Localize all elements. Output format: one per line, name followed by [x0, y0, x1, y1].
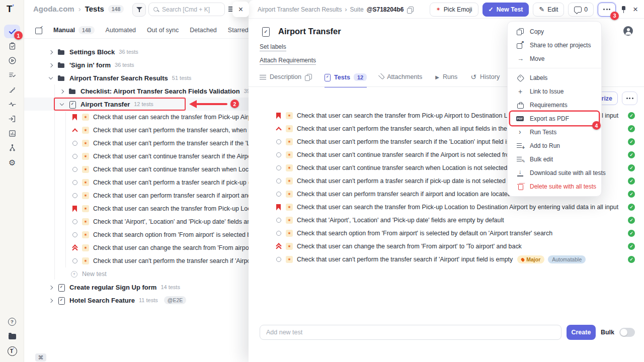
suite-name[interactable]: Create regular Sign Up form	[69, 284, 156, 291]
menu-item[interactable]: Link to Issue	[510, 84, 599, 98]
pick-emoji-button[interactable]: ✶Pick Emoji	[430, 3, 478, 17]
tab-detached[interactable]: Detached	[190, 27, 217, 34]
copy-icon[interactable]	[407, 7, 414, 13]
brand-button[interactable]: T’	[4, 344, 20, 358]
test-title[interactable]: Check that user can search the transfer …	[93, 114, 250, 121]
test-title[interactable]: Check that user can't perform a trasfer …	[93, 179, 250, 186]
test-title[interactable]: Check that user can't perform a trasfer …	[297, 177, 506, 185]
new-test-button[interactable]: ✓New Test	[482, 3, 529, 17]
test-title[interactable]: Check that user can't perform the transf…	[297, 138, 528, 145]
test-title[interactable]: Check that user can perform transfer sea…	[93, 192, 250, 199]
nav-settings-icon[interactable]: ⚙	[4, 156, 20, 169]
edit-button[interactable]: ✎Edit	[533, 3, 564, 17]
tests-more-button[interactable]	[622, 92, 637, 105]
test-row[interactable]: Check that user can't perform the transf…	[71, 254, 250, 267]
chevron-icon[interactable]	[48, 298, 53, 303]
chevron-icon[interactable]	[59, 102, 64, 107]
test-title[interactable]: Check that user can't perform the transf…	[297, 256, 513, 263]
nav-runs-icon[interactable]	[4, 54, 20, 67]
suite-name[interactable]: Hotel Search Feature	[69, 297, 135, 304]
tab-description[interactable]: Description	[260, 73, 311, 87]
test-title[interactable]: Check that user can't perform the transf…	[93, 127, 250, 134]
test-row[interactable]: Check that user can change the search fr…	[275, 240, 635, 253]
create-button[interactable]: Create	[567, 325, 596, 340]
more-actions-button[interactable]: 3	[598, 3, 616, 17]
drawer-close-tab[interactable]: ×	[232, 2, 249, 17]
test-title[interactable]: Check that search option from 'From airp…	[297, 230, 552, 237]
menu-item[interactable]: Download suite with all tests	[510, 166, 599, 179]
test-title[interactable]: Check that user can search the transfer …	[297, 204, 618, 211]
drawer-breadcrumb-parent[interactable]: Airport Transfer Search Results	[258, 6, 342, 13]
nav-pulse-icon[interactable]	[4, 98, 20, 111]
test-row[interactable]: Check that user can search the transfer …	[71, 202, 250, 215]
test-row[interactable]: Check that search option from 'From airp…	[275, 227, 635, 240]
menu-item[interactable]: Requirements	[510, 98, 599, 112]
chevron-icon[interactable]	[48, 285, 53, 290]
test-title[interactable]: Check that user can't continue transfer …	[93, 153, 250, 160]
tab-starred[interactable]: Starred	[228, 27, 249, 34]
menu-item[interactable]: Delete suite with all tests	[510, 179, 599, 193]
tutorials-button[interactable]	[4, 330, 20, 343]
attach-requirements-link[interactable]: Attach Requirements	[260, 57, 316, 65]
nav-steps-icon[interactable]	[4, 83, 20, 97]
search-input[interactable]	[162, 6, 220, 13]
menu-item[interactable]: Move	[510, 52, 599, 65]
tab-runs[interactable]: ▶Runs	[435, 73, 457, 87]
tab-attachments[interactable]: Attachments	[380, 73, 422, 87]
test-row[interactable]: Check that user can change the search fr…	[71, 241, 250, 254]
breadcrumb-project[interactable]: Agoda.com	[33, 5, 74, 13]
menu-item[interactable]: Run Tests	[510, 125, 599, 139]
test-title[interactable]: Check that user can't continue transfer …	[93, 166, 250, 173]
tree-row[interactable]: Checklist: Airport Transfer Search Field…	[24, 84, 250, 98]
suite-name[interactable]: Airport Transfer	[80, 101, 130, 108]
test-row[interactable]: Check that user can search the transfer …	[275, 201, 635, 214]
test-title[interactable]: Check that user can search the transfer …	[93, 205, 250, 212]
tab-history[interactable]: ↺History	[470, 73, 500, 87]
new-test-row[interactable]: + New test	[24, 267, 250, 281]
test-row[interactable]: Check that search option from 'From airp…	[71, 228, 250, 241]
tab-out-of-sync[interactable]: Out of sync	[147, 27, 179, 34]
menu-item[interactable]: Copy	[510, 25, 599, 38]
test-title[interactable]: Check that user can change the search fr…	[93, 244, 250, 251]
tab-manual[interactable]: Manual148	[53, 26, 95, 34]
chevron-icon[interactable]	[48, 62, 53, 67]
menu-item[interactable]: Labels	[510, 71, 599, 84]
chevron-icon[interactable]	[59, 88, 64, 94]
help-button[interactable]: ?	[4, 315, 20, 328]
chevron-icon[interactable]	[48, 49, 53, 54]
suite-name[interactable]: 'Sign in' form	[69, 61, 111, 69]
search-box[interactable]	[148, 3, 225, 16]
menu-item[interactable]: Export as PDF 4	[510, 112, 599, 125]
test-row[interactable]: Check that user can't continue transfer …	[71, 150, 250, 163]
menu-item[interactable]	[508, 68, 601, 68]
tree-row[interactable]: 'Sign in' form 36 tests	[24, 58, 250, 71]
test-row[interactable]: Check that user can perform transfer sea…	[71, 189, 250, 202]
breadcrumb-section[interactable]: Tests	[85, 5, 104, 13]
suite-name[interactable]: Settings Block	[69, 48, 115, 56]
close-icon[interactable]: ×	[631, 5, 640, 15]
test-row[interactable]: Check that user can't perform the transf…	[275, 253, 635, 266]
add-new-test-input[interactable]	[260, 325, 561, 340]
filter-button[interactable]	[132, 3, 146, 17]
test-row[interactable]: Check that user can't continue transfer …	[71, 163, 250, 176]
menu-item[interactable]: Share to other projects	[510, 38, 599, 52]
set-labels-link[interactable]: Set labels	[260, 43, 286, 51]
nav-analytics-icon[interactable]	[4, 127, 20, 140]
test-row[interactable]: Check that 'Airport', 'Location' and 'Pi…	[275, 214, 635, 227]
test-row[interactable]: Check that user can't perform the transf…	[71, 137, 250, 150]
nav-plans-icon[interactable]	[4, 68, 20, 82]
tree-row[interactable]: Settings Block 36 tests	[24, 45, 250, 58]
chevron-icon[interactable]	[48, 75, 53, 80]
test-row[interactable]: Check that 'Airport', 'Location' and 'Pi…	[71, 215, 250, 228]
tab-automated[interactable]: Automated	[106, 27, 136, 34]
test-row[interactable]: Check that user can search the transfer …	[71, 111, 250, 124]
bulk-toggle[interactable]	[619, 328, 635, 337]
menu-item[interactable]: Add to Run	[510, 139, 599, 152]
tree-row[interactable]: Airport Transfer Search Results 51 tests	[24, 71, 250, 84]
test-title[interactable]: Check that 'Airport', 'Location' and 'Pi…	[93, 218, 250, 225]
test-row[interactable]: Check that user can't perform a trasfer …	[71, 176, 250, 189]
tree-row[interactable]: Create regular Sign Up form 14 tests	[24, 281, 250, 294]
suite-name[interactable]: Airport Transfer Search Results	[69, 74, 168, 82]
test-row[interactable]: Check that user can't perform the transf…	[71, 124, 250, 137]
menu-item[interactable]: Bulk edit	[510, 152, 599, 166]
